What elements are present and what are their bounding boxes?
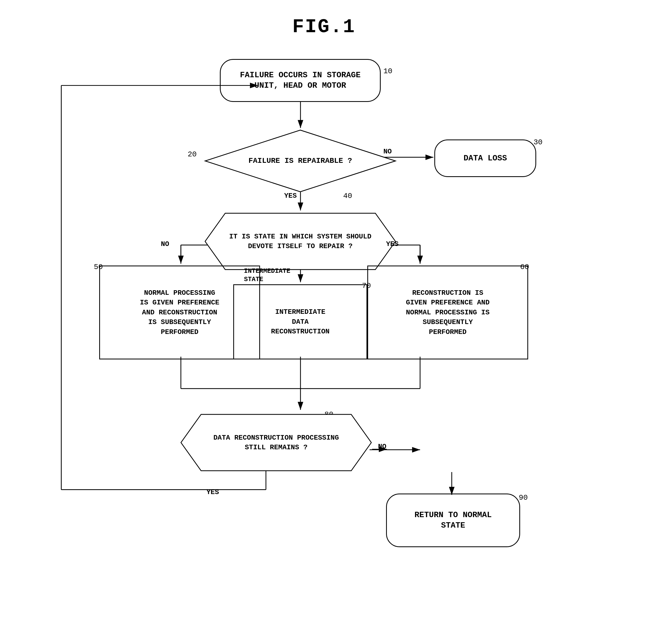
ref-10: 10: [383, 67, 392, 76]
label-yes-80: YES: [206, 488, 219, 496]
label-yes-40: YES: [386, 240, 399, 248]
node-10: FAILURE OCCURS IN STORAGE UNIT, HEAD OR …: [220, 59, 381, 102]
ref-90: 90: [519, 494, 528, 502]
label-no-20: NO: [383, 148, 392, 156]
node-90: RETURN TO NORMAL STATE: [386, 494, 520, 547]
node-40: IT IS STATE IN WHICH SYSTEM SHOULD DEVOT…: [204, 212, 397, 271]
node-30: DATA LOSS: [434, 140, 536, 177]
ref-50: 50: [94, 263, 103, 271]
ref-20: 20: [188, 150, 197, 158]
ref-30: 30: [534, 138, 543, 146]
node-20: FAILURE IS REPAIRABLE ?: [204, 129, 397, 193]
ref-60: 60: [520, 263, 529, 271]
node-70: INTERMEDIATE DATA RECONSTRUCTION: [233, 284, 367, 359]
page-title: FIG.1: [0, 0, 648, 38]
ref-40: 40: [343, 192, 352, 200]
node-80: DATA RECONSTRUCTION PROCESSING STILL REM…: [180, 413, 373, 472]
label-no-80: NO: [378, 443, 386, 451]
label-no-40: NO: [161, 240, 169, 248]
label-yes-20: YES: [284, 192, 297, 200]
node-60: RECONSTRUCTION IS GIVEN PREFERENCE AND N…: [367, 265, 528, 359]
